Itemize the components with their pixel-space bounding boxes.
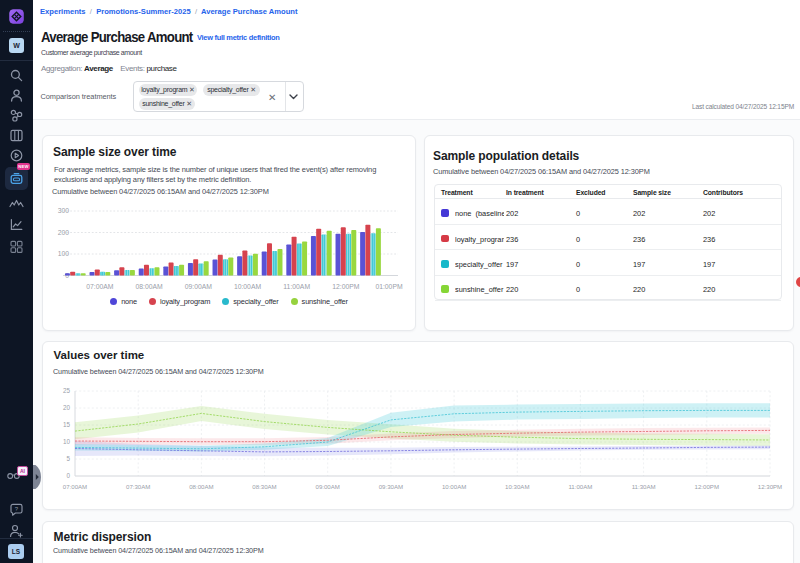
svg-text:07:00AM: 07:00AM	[63, 483, 87, 490]
svg-text:08:00AM: 08:00AM	[135, 283, 163, 290]
svg-text:12:00PM: 12:00PM	[332, 283, 360, 290]
svg-text:0: 0	[66, 472, 70, 479]
svg-text:09:30AM: 09:30AM	[379, 483, 403, 490]
svg-text:07:30AM: 07:30AM	[126, 483, 150, 490]
svg-text:09:00AM: 09:00AM	[316, 483, 340, 490]
svg-text:09:00AM: 09:00AM	[185, 283, 213, 290]
svg-text:10: 10	[63, 438, 71, 445]
svg-text:200: 200	[58, 229, 70, 236]
svg-text:11:30AM: 11:30AM	[632, 483, 656, 490]
svg-text:12:00PM: 12:00PM	[695, 483, 719, 490]
svg-text:11:00AM: 11:00AM	[568, 483, 592, 490]
svg-text:07:00AM: 07:00AM	[86, 283, 114, 290]
svg-text:08:00AM: 08:00AM	[189, 483, 213, 490]
svg-text:11:00AM: 11:00AM	[283, 283, 310, 290]
svg-text:10:00AM: 10:00AM	[234, 283, 262, 290]
svg-text:10:00AM: 10:00AM	[442, 483, 466, 490]
svg-text:?: ?	[15, 506, 19, 512]
svg-text:08:30AM: 08:30AM	[252, 483, 276, 490]
svg-text:10:30AM: 10:30AM	[505, 483, 529, 490]
svg-text:25: 25	[63, 387, 71, 394]
svg-text:15: 15	[63, 421, 71, 428]
svg-text:5: 5	[66, 455, 70, 462]
svg-text:12:30PM: 12:30PM	[758, 483, 782, 490]
svg-text:01:00PM: 01:00PM	[375, 283, 403, 290]
svg-text:20: 20	[63, 404, 71, 411]
svg-text:300: 300	[58, 207, 70, 214]
svg-text:100: 100	[58, 250, 70, 257]
